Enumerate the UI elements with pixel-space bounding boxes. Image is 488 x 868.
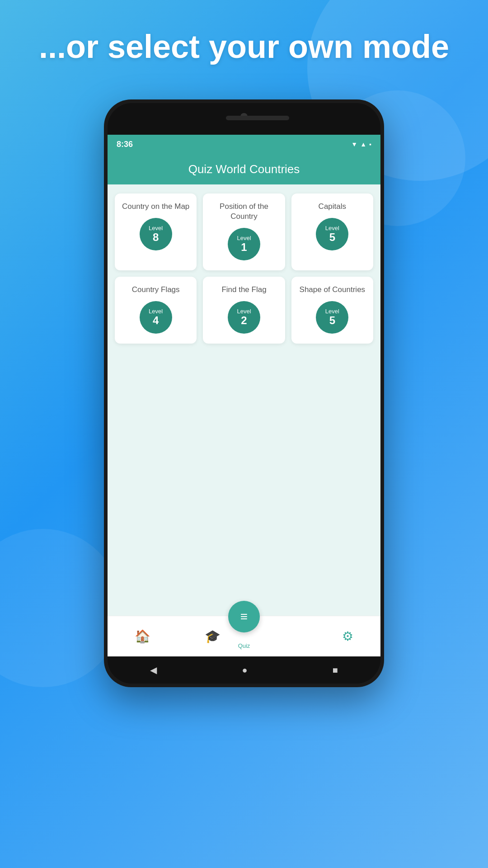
- nav-quiz-placeholder: [265, 633, 297, 640]
- content-area: Country on the Map Level 8 Position of t…: [108, 184, 380, 616]
- signal-icon: ▲: [360, 141, 366, 148]
- home-button[interactable]: ●: [242, 665, 247, 675]
- card-capitals-level: Level 5: [316, 218, 348, 250]
- app-title: Quiz World Countries: [188, 162, 300, 176]
- speaker: [226, 116, 289, 120]
- card-find-flag-title: Find the Flag: [221, 285, 266, 295]
- status-bar: 8:36 ▼ ▲ ▪: [108, 135, 380, 154]
- card-position-country-level: Level 1: [228, 228, 260, 260]
- card-capitals-level-label: Level: [325, 225, 339, 231]
- quiz-fab-icon: ≡: [240, 609, 248, 624]
- card-find-flag-level-number: 2: [241, 315, 247, 326]
- status-icons: ▼ ▲ ▪: [351, 141, 371, 148]
- android-nav-bar: ◀ ● ■: [108, 656, 380, 684]
- nav-quiz-label: Quiz: [229, 639, 259, 653]
- cards-grid: Country on the Map Level 8 Position of t…: [115, 193, 373, 344]
- card-shape-countries-title: Shape of Countries: [300, 285, 366, 295]
- nav-settings[interactable]: ⚙: [333, 625, 362, 647]
- card-find-flag[interactable]: Find the Flag Level 2: [203, 277, 285, 344]
- card-country-map-level-label: Level: [149, 225, 163, 231]
- battery-icon: ▪: [369, 141, 371, 148]
- home-icon: 🏠: [135, 629, 150, 644]
- card-position-country-level-label: Level: [237, 235, 251, 241]
- back-button[interactable]: ◀: [150, 665, 157, 675]
- card-find-flag-level-label: Level: [237, 308, 251, 315]
- card-find-flag-level: Level 2: [228, 301, 260, 334]
- card-country-map-level: Level 8: [140, 218, 172, 250]
- card-country-flags-level-number: 4: [153, 315, 159, 326]
- card-country-map-level-number: 8: [153, 231, 159, 243]
- page-headline: ...or select your own mode: [0, 27, 488, 66]
- status-time: 8:36: [117, 140, 133, 149]
- nav-learn[interactable]: 🎓: [196, 625, 230, 647]
- app-bar: Quiz World Countries: [108, 154, 380, 184]
- card-shape-countries-level-label: Level: [325, 308, 339, 315]
- card-country-flags[interactable]: Country Flags Level 4: [115, 277, 197, 344]
- card-shape-countries[interactable]: Shape of Countries Level 5: [291, 277, 373, 344]
- learn-icon: 🎓: [205, 629, 221, 644]
- card-country-flags-level-label: Level: [149, 308, 163, 315]
- card-country-flags-level: Level 4: [140, 301, 172, 334]
- recents-button[interactable]: ■: [333, 665, 338, 675]
- card-shape-countries-level: Level 5: [316, 301, 348, 334]
- card-position-country-level-number: 1: [241, 241, 247, 253]
- card-position-country[interactable]: Position of the Country Level 1: [203, 193, 285, 270]
- card-shape-countries-level-number: 5: [329, 315, 335, 326]
- card-capitals-level-number: 5: [329, 231, 335, 243]
- screen: 8:36 ▼ ▲ ▪ Quiz World Countries Country …: [108, 135, 380, 656]
- wifi-icon: ▼: [351, 141, 357, 148]
- bottom-nav: ≡ 🏠 🎓 Quiz ⚙: [108, 616, 380, 656]
- quiz-fab-button[interactable]: ≡: [228, 601, 260, 632]
- quiz-nav-label: Quiz: [238, 642, 250, 649]
- settings-icon: ⚙: [342, 629, 353, 644]
- nav-home[interactable]: 🏠: [126, 625, 160, 647]
- card-country-map-title: Country on the Map: [122, 202, 189, 212]
- phone-frame: 8:36 ▼ ▲ ▪ Quiz World Countries Country …: [104, 99, 384, 687]
- card-capitals[interactable]: Capitals Level 5: [291, 193, 373, 270]
- card-position-country-title: Position of the Country: [208, 202, 279, 222]
- card-country-map[interactable]: Country on the Map Level 8: [115, 193, 197, 270]
- card-capitals-title: Capitals: [319, 202, 346, 212]
- card-country-flags-title: Country Flags: [132, 285, 180, 295]
